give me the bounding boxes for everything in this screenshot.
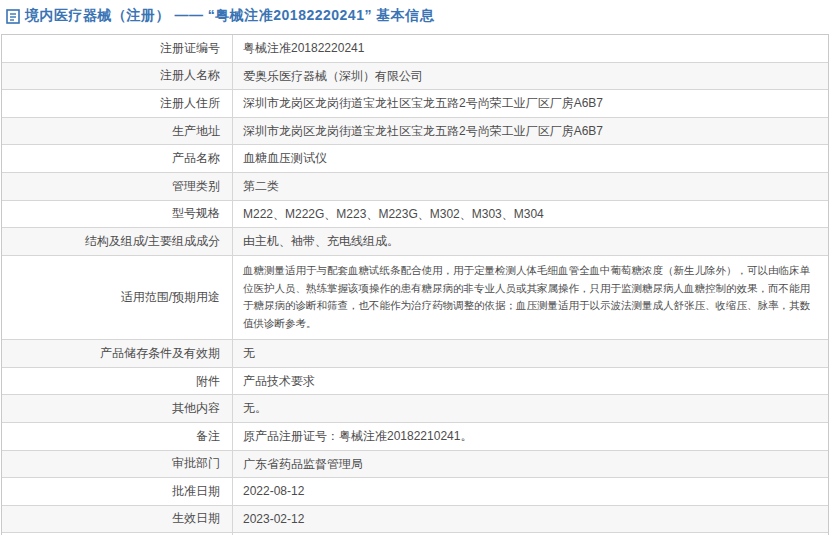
table-row: 型号规格 M222、M222G、M223、M223G、M302、M303、M30…	[2, 201, 828, 229]
row-value-text: 产品技术要求	[243, 372, 315, 391]
row-value: 深圳市龙岗区龙岗街道宝龙社区宝龙五路2号尚荣工业厂区厂房A6B7	[233, 118, 828, 145]
row-label-text: 批准日期	[172, 483, 220, 500]
row-label-text: 注册人名称	[160, 67, 220, 84]
row-label-text: 结构及组成/主要组成成分	[85, 233, 220, 250]
row-label: 适用范围/预期用途	[2, 256, 233, 339]
row-label-text: 型号规格	[172, 205, 220, 222]
row-value: 爱奥乐医疗器械（深圳）有限公司	[233, 63, 828, 90]
row-value-text: 深圳市龙岗区龙岗街道宝龙社区宝龙五路2号尚荣工业厂区厂房A6B7	[243, 94, 603, 113]
row-value: 产品技术要求	[233, 368, 828, 395]
table-row: 注册证编号 粤械注准20182220241	[2, 35, 828, 63]
row-label-text: 生效日期	[172, 510, 220, 527]
row-label-text: 注册证编号	[160, 40, 220, 57]
row-value: M222、M222G、M223、M223G、M302、M303、M304	[233, 201, 828, 228]
table-row: 注册人名称 爱奥乐医疗器械（深圳）有限公司	[2, 63, 828, 91]
row-value-text: 血糖测量适用于与配套血糖试纸条配合使用，用于定量检测人体毛细血管全血中葡萄糖浓度…	[243, 262, 818, 333]
row-value-text: 2022-08-12	[243, 482, 304, 501]
page-header: 境内医疗器械（注册） —— “粤械注准20182220241” 基本信息	[0, 0, 830, 32]
info-table: 注册证编号 粤械注准20182220241 注册人名称 爱奥乐医疗器械（深圳）有…	[1, 34, 829, 535]
row-value-text: 第二类	[243, 177, 279, 196]
row-label-text: 生产地址	[172, 123, 220, 140]
row-value-text: 深圳市龙岗区龙岗街道宝龙社区宝龙五路2号尚荣工业厂区厂房A6B7	[243, 122, 603, 141]
row-label-text: 备注	[196, 428, 220, 445]
table-row: 适用范围/预期用途 血糖测量适用于与配套血糖试纸条配合使用，用于定量检测人体毛细…	[2, 256, 828, 340]
table-row: 产品名称 血糖血压测试仪	[2, 145, 828, 173]
row-value-text: 2023-02-12	[243, 510, 304, 529]
table-row: 注册人住所 深圳市龙岗区龙岗街道宝龙社区宝龙五路2号尚荣工业厂区厂房A6B7	[2, 90, 828, 118]
row-label: 产品名称	[2, 145, 233, 172]
row-value: 无。	[233, 395, 828, 422]
row-label: 管理类别	[2, 173, 233, 200]
row-label-text: 其他内容	[172, 400, 220, 417]
row-label: 产品储存条件及有效期	[2, 340, 233, 367]
row-value: 广东省药品监督管理局	[233, 451, 828, 478]
table-row: 结构及组成/主要组成成分 由主机、袖带、充电线组成。	[2, 228, 828, 256]
row-value: 粤械注准20182220241	[233, 35, 828, 62]
table-row: 生产地址 深圳市龙岗区龙岗街道宝龙社区宝龙五路2号尚荣工业厂区厂房A6B7	[2, 118, 828, 146]
row-label: 型号规格	[2, 201, 233, 228]
page-title: 境内医疗器械（注册） —— “粤械注准20182220241” 基本信息	[25, 7, 434, 25]
row-value-text: 由主机、袖带、充电线组成。	[243, 232, 399, 251]
row-value-text: 无。	[243, 399, 267, 418]
table-row: 批准日期 2022-08-12	[2, 478, 828, 506]
table-row: 生效日期 2023-02-12	[2, 506, 828, 534]
table-row: 备注 原产品注册证号：粤械注准20182210241。	[2, 423, 828, 451]
row-value-text: 原产品注册证号：粤械注准20182210241。	[243, 427, 472, 446]
row-label-text: 产品储存条件及有效期	[100, 345, 220, 362]
row-value-text: 粤械注准20182220241	[243, 39, 364, 58]
row-label: 注册人名称	[2, 63, 233, 90]
row-label-text: 管理类别	[172, 178, 220, 195]
table-row: 其他内容 无。	[2, 395, 828, 423]
row-label: 批准日期	[2, 478, 233, 505]
row-value-text: 广东省药品监督管理局	[243, 455, 363, 474]
row-label: 附件	[2, 368, 233, 395]
table-row: 管理类别 第二类	[2, 173, 828, 201]
row-value-text: 无	[243, 344, 255, 363]
row-value: 2022-08-12	[233, 478, 828, 505]
row-label: 备注	[2, 423, 233, 450]
row-value: 由主机、袖带、充电线组成。	[233, 228, 828, 255]
row-value: 2023-02-12	[233, 506, 828, 533]
table-row: 产品储存条件及有效期 无	[2, 340, 828, 368]
row-label: 生产地址	[2, 118, 233, 145]
row-label: 结构及组成/主要组成成分	[2, 228, 233, 255]
row-label: 其他内容	[2, 395, 233, 422]
document-icon	[6, 9, 20, 24]
row-label: 注册人住所	[2, 90, 233, 117]
row-value: 血糖测量适用于与配套血糖试纸条配合使用，用于定量检测人体毛细血管全血中葡萄糖浓度…	[233, 256, 828, 339]
row-value-text: 爱奥乐医疗器械（深圳）有限公司	[243, 67, 423, 86]
row-label: 审批部门	[2, 451, 233, 478]
row-label: 注册证编号	[2, 35, 233, 62]
row-label-text: 注册人住所	[160, 95, 220, 112]
row-label-text: 产品名称	[172, 150, 220, 167]
row-value: 血糖血压测试仪	[233, 145, 828, 172]
row-label: 生效日期	[2, 506, 233, 533]
row-label-text: 附件	[196, 373, 220, 390]
row-value-text: 血糖血压测试仪	[243, 149, 327, 168]
table-row: 审批部门 广东省药品监督管理局	[2, 451, 828, 479]
row-value-text: M222、M222G、M223、M223G、M302、M303、M304	[243, 205, 544, 224]
row-label-text: 审批部门	[172, 455, 220, 472]
row-value: 原产品注册证号：粤械注准20182210241。	[233, 423, 828, 450]
row-value: 第二类	[233, 173, 828, 200]
table-row: 附件 产品技术要求	[2, 368, 828, 396]
row-value: 无	[233, 340, 828, 367]
row-value: 深圳市龙岗区龙岗街道宝龙社区宝龙五路2号尚荣工业厂区厂房A6B7	[233, 90, 828, 117]
row-label-text: 适用范围/预期用途	[121, 289, 220, 306]
